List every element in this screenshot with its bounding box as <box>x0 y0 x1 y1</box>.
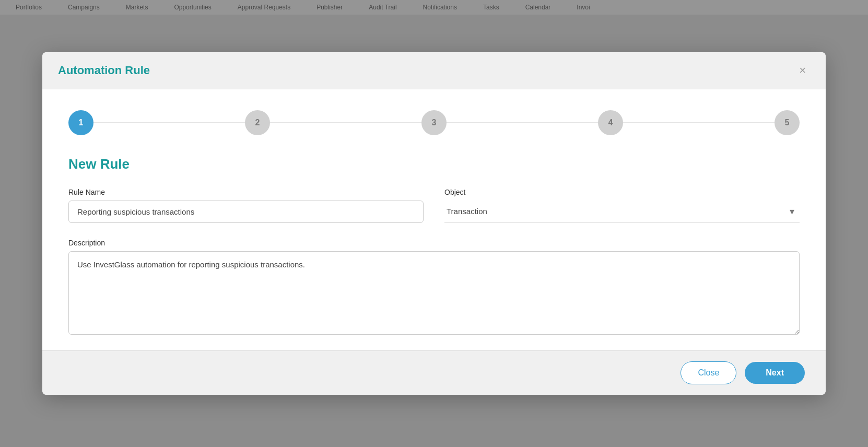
object-select[interactable]: Transaction Contact Account Portfolio Ca… <box>444 201 800 222</box>
modal-body: 1 2 3 4 5 New Rule <box>42 89 826 350</box>
automation-rule-modal: Automation Rule × 1 2 3 <box>42 52 826 395</box>
modal-footer: Close Next <box>42 350 826 395</box>
rule-name-label: Rule Name <box>68 188 424 196</box>
modal-title: Automation Rule <box>58 64 150 77</box>
stepper: 1 2 3 4 5 <box>68 110 800 135</box>
rule-name-input[interactable] <box>68 201 424 223</box>
step-3[interactable]: 3 <box>421 110 447 135</box>
modal-overlay: Automation Rule × 1 2 3 <box>0 0 868 447</box>
section-title: New Rule <box>68 156 800 172</box>
step-4[interactable]: 4 <box>598 110 623 135</box>
object-group: Object Transaction Contact Account Portf… <box>444 188 800 223</box>
modal-close-x-button[interactable]: × <box>795 63 810 78</box>
stepper-items: 1 2 3 4 5 <box>68 110 800 135</box>
form-row-1: Rule Name Object Transaction Contact Acc… <box>68 188 800 223</box>
step-2[interactable]: 2 <box>245 110 270 135</box>
object-label: Object <box>444 188 800 196</box>
modal-header: Automation Rule × <box>42 52 826 89</box>
next-button[interactable]: Next <box>745 362 805 384</box>
description-label: Description <box>68 239 800 247</box>
description-textarea[interactable]: Use InvestGlass automation for reporting… <box>68 251 800 335</box>
step-5[interactable]: 5 <box>775 110 800 135</box>
object-select-wrapper: Transaction Contact Account Portfolio Ca… <box>444 201 800 222</box>
step-1[interactable]: 1 <box>68 110 93 135</box>
close-button[interactable]: Close <box>681 361 736 384</box>
description-group: Description Use InvestGlass automation f… <box>68 239 800 335</box>
rule-name-group: Rule Name <box>68 188 424 223</box>
